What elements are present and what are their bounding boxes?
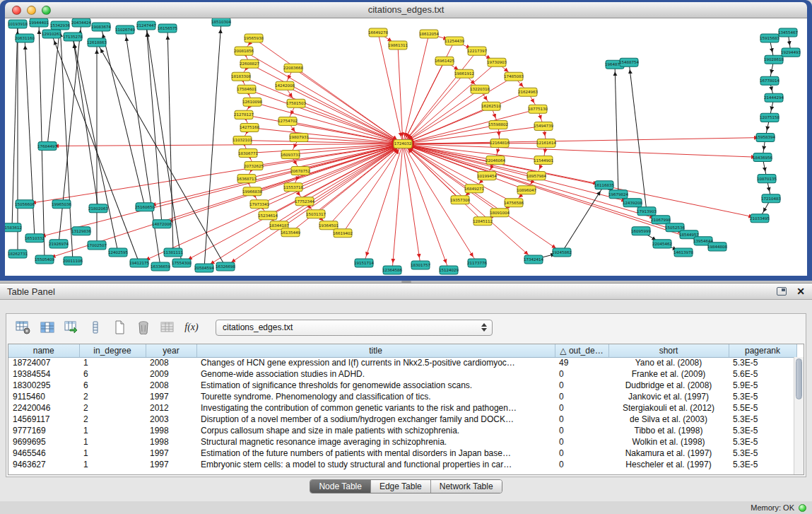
graph-node[interactable]: 12217397 [467, 47, 487, 55]
graph-node[interactable]: 19245862 [552, 248, 572, 257]
column-header--out_de-[interactable]: △ out_de… [555, 344, 608, 357]
graph-node[interactable]: 14613978 [673, 248, 693, 257]
graph-node[interactable]: 15598802 [488, 120, 508, 129]
graph-node[interactable]: 11026749 [115, 25, 135, 34]
graph-node[interactable]: 21926974 [49, 240, 69, 248]
graph-node[interactable]: 20631160 [15, 34, 35, 42]
graph-node[interactable]: 14275168 [240, 123, 259, 132]
tab-node-table[interactable]: Node Table [310, 480, 370, 493]
graph-node[interactable]: 12439208 [623, 199, 642, 207]
graph-node[interactable]: 19151714 [354, 259, 374, 267]
graph-node[interactable]: 18612054 [419, 30, 439, 38]
graph-node[interactable]: 12161614 [536, 139, 556, 147]
graph-node[interactable]: 19807931 [289, 133, 309, 141]
graph-node[interactable]: 10199454 [477, 172, 497, 180]
graph-node[interactable]: 22045462 [652, 240, 672, 248]
graph-node[interactable]: 16156575 [158, 24, 177, 33]
graph-node[interactable]: 17135278 [63, 33, 83, 41]
table-row[interactable]: 1456911722003Disruption of a novel membe… [8, 414, 796, 425]
graph-node[interactable]: 21247447 [136, 21, 156, 30]
graph-node[interactable]: 19364501 [319, 221, 339, 230]
graph-node[interactable]: 12164816 [490, 139, 510, 147]
graph-node[interactable]: 11032101 [233, 136, 252, 144]
select-columns-button[interactable] [37, 318, 57, 337]
graph-node[interactable]: 14756586 [504, 199, 524, 207]
graph-node[interactable]: 12402595 [108, 248, 128, 257]
minimize-window-icon[interactable] [27, 6, 36, 15]
graph-node[interactable]: 20678752 [290, 167, 310, 175]
network-canvas[interactable]: 1724032195659382008185622608827181833081… [5, 18, 807, 276]
graph-node[interactable]: 11254439 [445, 37, 464, 45]
graph-node[interactable]: 20011106 [63, 257, 83, 265]
column-header-title[interactable]: title [196, 344, 555, 357]
graph-node[interactable]: 16116835 [594, 181, 614, 189]
scrollbar-thumb[interactable] [796, 358, 802, 399]
zoom-window-icon[interactable] [42, 6, 51, 15]
graph-node[interactable]: 19861311 [388, 41, 408, 49]
citation-network-graph[interactable]: 1724032195659382008185622608827181833081… [5, 18, 807, 276]
import-table-button[interactable] [158, 318, 177, 337]
graph-node[interactable]: 11381111 [163, 248, 183, 257]
graph-node[interactable]: 16135449 [281, 228, 300, 237]
window-titlebar[interactable]: citations_edges.txt [5, 2, 807, 18]
graph-node[interactable]: 12618863 [87, 38, 107, 47]
table-row[interactable]: 911546021997Tourette syndrome. Phenomeno… [8, 391, 796, 402]
graph-node[interactable]: 21278127 [234, 110, 254, 119]
column-header-name[interactable]: name [8, 344, 79, 357]
close-window-icon[interactable] [12, 6, 21, 15]
graph-node[interactable]: 16619402 [333, 229, 353, 238]
column-button[interactable] [86, 318, 105, 337]
graph-node[interactable]: 17581503 [286, 99, 306, 107]
graph-node[interactable]: 12075158 [760, 113, 779, 122]
graph-node[interactable]: 21033495 [750, 214, 770, 223]
graph-node[interactable]: 11553718 [283, 183, 303, 192]
graph-node[interactable]: 17913903 [637, 207, 657, 216]
graph-node[interactable]: 19028618 [764, 55, 784, 64]
new-column-button[interactable] [110, 318, 129, 337]
graph-node[interactable]: 19861912 [454, 69, 474, 78]
graph-node[interactable]: 16649278 [368, 28, 388, 37]
graph-node[interactable]: 13129836 [71, 227, 91, 235]
graph-node[interactable]: 16368713 [237, 175, 257, 183]
graph-node[interactable]: 15958394 [755, 133, 775, 141]
graph-node[interactable]: 19357308 [450, 196, 470, 204]
graph-node[interactable]: 12845112 [473, 217, 493, 226]
graph-node[interactable]: 21802063 [88, 204, 108, 213]
graph-node[interactable]: 14242008 [275, 81, 295, 90]
table-row[interactable]: 1830029562008Estimation of significance … [8, 380, 796, 391]
graph-node[interactable]: 1724032 [394, 139, 412, 148]
graph-node[interactable]: 16262510 [481, 102, 501, 110]
close-panel-icon[interactable]: ✕ [796, 286, 805, 296]
graph-node[interactable]: 20732625 [244, 162, 264, 170]
graph-node[interactable]: 12910261 [42, 30, 61, 38]
graph-node[interactable]: 15124029 [439, 266, 459, 274]
graph-node[interactable]: 20584594 [194, 264, 214, 272]
column-header-short[interactable]: short [608, 344, 729, 357]
graph-node[interactable]: 16849271 [464, 185, 484, 193]
column-header-in_degree[interactable]: in_degree [79, 344, 146, 357]
graph-node[interactable]: 17342414 [524, 255, 543, 264]
graph-node[interactable]: 25160650 [135, 203, 155, 211]
graph-node[interactable]: 17584601 [237, 85, 257, 93]
graph-node[interactable]: 15342936 [50, 21, 70, 30]
graph-node[interactable]: 11544901 [534, 156, 553, 165]
graph-node[interactable]: 15488754 [619, 58, 639, 66]
graph-node[interactable]: 15056606 [15, 200, 35, 209]
graph-node[interactable]: 10193918 [8, 20, 28, 28]
graph-node[interactable]: 16778014 [760, 76, 779, 85]
graph-node[interactable]: 19565938 [244, 34, 264, 42]
graph-node[interactable]: 18957984 [526, 172, 546, 180]
tab-edge-table[interactable]: Edge Table [370, 480, 430, 493]
graph-node[interactable]: 17485083 [504, 72, 524, 81]
column-header-pagerank[interactable]: pagerank [729, 344, 796, 357]
graph-node[interactable]: 15505409 [35, 255, 54, 264]
graph-node[interactable]: 15234614 [258, 211, 278, 220]
graph-node[interactable]: 18091004 [490, 209, 510, 217]
graph-node[interactable]: 13220318 [470, 85, 490, 93]
graph-node[interactable]: 19294493 [781, 48, 801, 57]
graph-node[interactable]: 15915683 [760, 34, 779, 42]
graph-node[interactable]: 12364586 [382, 266, 402, 274]
graph-node[interactable]: 19944401 [29, 18, 49, 27]
table-options-button[interactable] [13, 318, 33, 337]
graph-node[interactable]: 18183308 [231, 72, 251, 81]
